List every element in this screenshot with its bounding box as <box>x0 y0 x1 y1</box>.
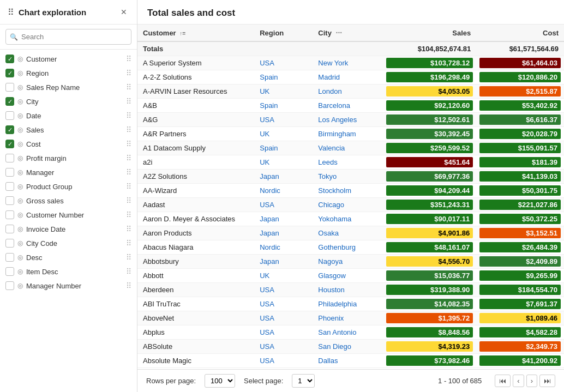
table-row[interactable]: A2Z Solutions Japan Tokyo $69,977.36 $41… <box>137 170 564 184</box>
search-input[interactable] <box>5 29 131 45</box>
drag-handle-sales-rep[interactable]: ⠿ <box>126 83 131 92</box>
table-row[interactable]: ABSolute USA San Diego $4,319.23 $2,349.… <box>137 340 564 354</box>
item-icon-product-group: ◎ <box>17 183 23 190</box>
item-checkbox-invoice-date[interactable] <box>5 225 14 233</box>
item-checkbox-region[interactable]: ✓ <box>5 69 14 77</box>
item-checkbox-cost[interactable]: ✓ <box>5 140 14 148</box>
sidebar-item-cost[interactable]: ✓ ◎ Cost ⠿ <box>0 137 137 151</box>
drag-handle-customer-number[interactable]: ⠿ <box>126 210 131 219</box>
table-row[interactable]: Abbotsbury Japan Nagoya $4,556.70 $2,409… <box>137 255 564 269</box>
item-checkbox-desc[interactable] <box>5 253 14 262</box>
cell-cost: $41,200.92 <box>476 354 564 368</box>
col-header-city[interactable]: City ··· <box>313 25 383 41</box>
table-row[interactable]: A-2-Z Solutions Spain Madrid $196,298.49… <box>137 70 564 85</box>
drag-handle-desc[interactable]: ⠿ <box>126 253 131 262</box>
table-row[interactable]: Aaron Products Japan Osaka $4,901.86 $3,… <box>137 226 564 240</box>
drag-handle-city-code[interactable]: ⠿ <box>126 239 131 248</box>
item-checkbox-manager[interactable] <box>5 168 14 177</box>
cell-customer: ABSolute <box>137 340 254 354</box>
sidebar-item-customer[interactable]: ✓ ◎ Customer ⠿ <box>0 52 137 66</box>
table-row[interactable]: a2i UK Leeds $451.64 $181.39 <box>137 155 564 170</box>
table-row[interactable]: A1 Datacom Supply Spain Valencia $259,59… <box>137 141 564 155</box>
item-checkbox-sales[interactable]: ✓ <box>5 125 14 134</box>
sidebar-item-date[interactable]: ◎ Date ⠿ <box>0 108 137 123</box>
item-checkbox-customer-number[interactable] <box>5 210 14 219</box>
last-page-button[interactable]: ⏭ <box>539 375 555 387</box>
item-checkbox-manager-number[interactable] <box>5 281 14 290</box>
cell-region: Japan <box>254 212 313 226</box>
table-row[interactable]: Absolute Magic USA Dallas $73,982.46 $41… <box>137 354 564 368</box>
table-row[interactable]: Abacus Niagara Nordic Gothenburg $48,161… <box>137 240 564 255</box>
cost-value: $120,886.20 <box>479 72 561 82</box>
drag-handle-manager[interactable]: ⠿ <box>126 168 131 177</box>
item-checkbox-date[interactable] <box>5 111 14 120</box>
table-wrapper[interactable]: Customer ↑= Region City ··· Sales Cost <box>137 25 564 369</box>
drag-handle-date[interactable]: ⠿ <box>126 111 131 120</box>
first-page-button[interactable]: ⏮ <box>495 375 511 387</box>
table-row[interactable]: Abbott UK Glasgow $15,036.77 $9,265.99 <box>137 269 564 283</box>
drag-handle-manager-number[interactable]: ⠿ <box>126 281 131 290</box>
sidebar-item-sales[interactable]: ✓ ◎ Sales ⠿ <box>0 123 137 137</box>
col-header-sales[interactable]: Sales <box>383 25 476 41</box>
table-row[interactable]: Aaron D. Meyer & Associates Japan Yokoha… <box>137 212 564 226</box>
table-row[interactable]: A&B Spain Barcelona $92,120.60 $53,402.9… <box>137 99 564 113</box>
table-row[interactable]: Aberdeen USA Houston $319,388.90 $184,55… <box>137 283 564 297</box>
close-button[interactable]: ✕ <box>118 7 129 17</box>
rows-per-page-select[interactable]: 2550100200 <box>205 374 235 388</box>
item-label-city-code: City Code <box>26 239 123 248</box>
item-checkbox-city-code[interactable] <box>5 239 14 248</box>
sidebar-item-customer-number[interactable]: ◎ Customer Number ⠿ <box>0 208 137 222</box>
drag-handle-gross-sales[interactable]: ⠿ <box>126 196 131 205</box>
cell-customer: AboveNet <box>137 311 254 325</box>
table-row[interactable]: A Superior System USA New York $103,728.… <box>137 56 564 70</box>
col-header-region[interactable]: Region <box>254 25 313 41</box>
col-header-customer[interactable]: Customer ↑= <box>137 25 254 41</box>
item-label-manager-number: Manager Number <box>26 282 123 290</box>
sidebar-item-product-group[interactable]: ◎ Product Group ⠿ <box>0 179 137 194</box>
sidebar-item-desc[interactable]: ◎ Desc ⠿ <box>0 250 137 264</box>
drag-handle-region[interactable]: ⠿ <box>126 69 131 77</box>
item-checkbox-profit-margin[interactable] <box>5 154 14 162</box>
item-checkbox-city[interactable]: ✓ <box>5 97 14 106</box>
drag-handle-cost[interactable]: ⠿ <box>126 140 131 148</box>
table-row[interactable]: A&R Partners UK Birmingham $30,392.45 $2… <box>137 127 564 141</box>
drag-handle-city[interactable]: ⠿ <box>126 97 131 106</box>
drag-handle-profit-margin[interactable]: ⠿ <box>126 154 131 162</box>
drag-handle-item-desc[interactable]: ⠿ <box>126 267 131 276</box>
col-header-cost[interactable]: Cost <box>476 25 564 41</box>
drag-handle-sales[interactable]: ⠿ <box>126 125 131 134</box>
more-icon-city[interactable]: ··· <box>336 28 343 37</box>
cell-customer: A-ARVIN Laser Resources <box>137 85 254 99</box>
sidebar-item-item-desc[interactable]: ◎ Item Desc ⠿ <box>0 264 137 279</box>
table-row[interactable]: A-ARVIN Laser Resources UK London $4,053… <box>137 85 564 99</box>
table-row[interactable]: A&G USA Los Angeles $12,502.61 $6,616.37 <box>137 113 564 127</box>
item-checkbox-gross-sales[interactable] <box>5 196 14 205</box>
prev-page-button[interactable]: ‹ <box>513 375 524 387</box>
item-checkbox-customer[interactable]: ✓ <box>5 55 14 63</box>
sidebar-item-gross-sales[interactable]: ◎ Gross sales ⠿ <box>0 194 137 208</box>
table-row[interactable]: AA-Wizard Nordic Stockholm $94,209.44 $5… <box>137 184 564 198</box>
cell-sales: $196,298.49 <box>383 70 476 85</box>
item-checkbox-item-desc[interactable] <box>5 267 14 276</box>
item-checkbox-product-group[interactable] <box>5 182 14 191</box>
item-checkbox-sales-rep[interactable] <box>5 83 14 92</box>
table-row[interactable]: Abplus USA San Antonio $8,848.56 $4,582.… <box>137 325 564 340</box>
drag-handle-invoice-date[interactable]: ⠿ <box>126 225 131 233</box>
table-row[interactable]: ABI TruTrac USA Philadelphia $14,082.35 … <box>137 297 564 311</box>
sidebar-item-city[interactable]: ✓ ◎ City ⠿ <box>0 94 137 108</box>
cell-customer: AA-Wizard <box>137 184 254 198</box>
sidebar-item-city-code[interactable]: ◎ City Code ⠿ <box>0 236 137 250</box>
sidebar-item-invoice-date[interactable]: ◎ Invoice Date ⠿ <box>0 222 137 236</box>
next-page-button[interactable]: › <box>526 375 537 387</box>
drag-handle-product-group[interactable]: ⠿ <box>126 182 131 191</box>
sidebar-item-manager[interactable]: ◎ Manager ⠿ <box>0 165 137 179</box>
sidebar-item-manager-number[interactable]: ◎ Manager Number ⠿ <box>0 279 137 293</box>
page-select[interactable]: 1 <box>292 374 315 388</box>
sidebar-item-region[interactable]: ✓ ◎ Region ⠿ <box>0 66 137 80</box>
drag-handle-customer[interactable]: ⠿ <box>126 55 131 63</box>
table-row[interactable]: Aadast USA Chicago $351,243.31 $221,027.… <box>137 198 564 212</box>
cell-cost: $50,372.25 <box>476 212 564 226</box>
table-row[interactable]: AboveNet USA Phoenix $1,395.72 $1,089.46 <box>137 311 564 325</box>
sidebar-item-sales-rep[interactable]: ◎ Sales Rep Name ⠿ <box>0 80 137 94</box>
sidebar-item-profit-margin[interactable]: ◎ Profit margin ⠿ <box>0 151 137 165</box>
